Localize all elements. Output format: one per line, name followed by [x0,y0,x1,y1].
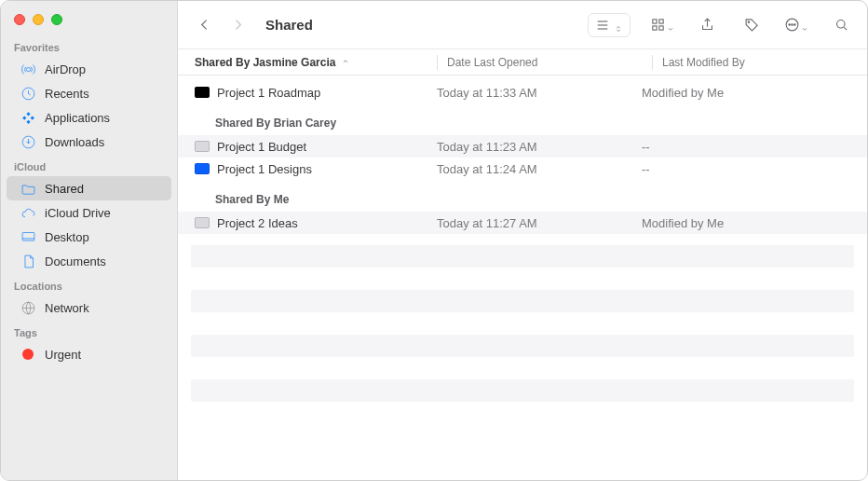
column-divider [437,55,438,70]
file-name: Project 1 Roadmap [217,86,320,100]
finder-window: Favorites AirDrop Recents Applications D… [0,0,868,481]
view-mode-button[interactable] [588,13,631,37]
downloads-icon [20,133,36,150]
empty-row [191,335,854,357]
file-date: Today at 11:24 AM [437,162,642,176]
zoom-window-button[interactable] [51,14,62,25]
svg-point-0 [26,67,30,71]
column-divider [652,55,653,70]
sidebar-item-network[interactable]: Network [7,295,171,320]
window-controls [1,7,177,34]
sidebar-item-downloads[interactable]: Downloads [7,130,171,154]
share-button[interactable] [694,12,720,38]
file-icon [195,217,210,228]
column-header-modified-by[interactable]: Last Modified By [662,56,867,69]
file-date: Today at 11:27 AM [437,216,642,230]
search-button[interactable] [828,12,854,38]
group-by-button[interactable] [649,12,675,38]
file-name: Project 2 Ideas [217,216,298,230]
sidebar-item-label: Applications [45,111,110,125]
tag-icon [744,17,760,33]
svg-point-11 [788,24,789,25]
empty-row [191,379,854,402]
sidebar-item-applications[interactable]: Applications [7,105,171,130]
search-icon [834,17,849,33]
documents-icon [20,253,36,269]
sidebar-item-tag-urgent[interactable]: Urgent [7,342,171,366]
file-row[interactable]: Project 2 IdeasToday at 11:27 AMModified… [178,212,867,234]
sidebar-section-title-locations: Locations [1,273,177,295]
svg-rect-6 [658,20,662,23]
file-icon [195,163,210,174]
column-header-name-label: Shared By Jasmine Garcia [195,56,335,69]
file-row[interactable]: Project 1 DesignsToday at 11:24 AM-- [178,158,867,180]
tag-dot-icon [20,346,36,363]
main-panel: Shared [178,1,867,480]
file-icon [195,87,210,98]
svg-rect-7 [652,26,656,30]
network-icon [20,299,36,316]
sidebar-item-label: Network [45,301,89,315]
shared-folder-icon [20,180,36,197]
file-date: Today at 11:33 AM [437,86,642,100]
svg-point-12 [791,24,792,25]
group-header: Shared By Brian Carey [178,103,867,135]
sidebar-item-label: Recents [45,87,89,101]
minimize-window-button[interactable] [33,14,44,25]
desktop-icon [20,228,36,245]
close-window-button[interactable] [14,14,25,25]
file-modified-by: Modified by Me [642,86,867,100]
share-icon [699,17,715,33]
back-button[interactable] [191,12,217,38]
airdrop-icon [20,61,36,77]
applications-icon [20,109,36,126]
sidebar-item-label: Documents [45,254,106,268]
sidebar-item-label: AirDrop [45,62,86,76]
more-button[interactable] [783,12,809,38]
sidebar-item-airdrop[interactable]: AirDrop [7,57,171,81]
toolbar: Shared [178,1,867,49]
sidebar-item-label: Shared [45,182,84,196]
svg-point-13 [793,24,794,25]
file-date: Today at 11:23 AM [437,140,642,154]
empty-row [191,245,854,268]
sidebar-item-documents[interactable]: Documents [7,249,171,273]
tags-button[interactable] [739,12,765,38]
empty-rows [178,234,867,424]
file-name: Project 1 Designs [217,162,312,176]
empty-row [191,290,854,312]
sidebar-item-label: Desktop [45,230,89,244]
sidebar-section-title-tags: Tags [1,320,177,342]
column-header-date[interactable]: Date Last Opened [447,56,652,69]
clock-icon [20,85,36,102]
file-name: Project 1 Budget [217,140,306,154]
file-row[interactable]: Project 1 BudgetToday at 11:23 AM-- [178,135,867,158]
sidebar-item-shared[interactable]: Shared [7,176,171,200]
sidebar-item-label: iCloud Drive [45,206,111,220]
chevron-updown-icon [614,21,623,30]
file-modified-by: -- [642,162,867,176]
sidebar-item-desktop[interactable]: Desktop [7,225,171,249]
file-icon [195,141,210,152]
file-modified-by: -- [642,140,867,154]
chevron-down-icon [800,21,809,30]
column-header-row: Shared By Jasmine Garcia Date Last Opene… [178,49,867,76]
sidebar-item-icloud-drive[interactable]: iCloud Drive [7,200,171,225]
svg-point-9 [748,21,749,22]
file-row[interactable]: Project 1 RoadmapToday at 11:33 AMModifi… [178,81,867,103]
forward-button[interactable] [224,12,251,38]
sidebar-item-label: Urgent [45,348,81,362]
sort-ascending-icon [341,56,350,69]
grid-group-icon [650,17,666,33]
svg-rect-8 [658,26,662,30]
file-list: Project 1 RoadmapToday at 11:33 AMModifi… [178,76,867,234]
window-title: Shared [265,17,313,33]
chevron-down-icon [666,21,675,30]
sidebar-item-label: Downloads [45,135,104,149]
more-icon [784,17,800,33]
icloud-icon [20,204,36,221]
svg-rect-5 [652,20,656,23]
list-view-icon [595,18,610,33]
sidebar-item-recents[interactable]: Recents [7,81,171,105]
column-header-name[interactable]: Shared By Jasmine Garcia [195,56,437,69]
